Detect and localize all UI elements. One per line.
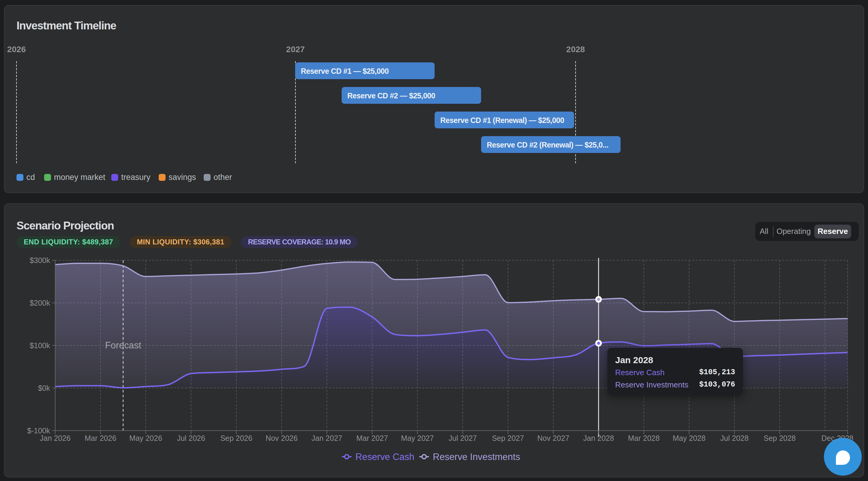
- svg-text:$200k: $200k: [30, 299, 51, 307]
- svg-text:Mar 2028: Mar 2028: [628, 434, 660, 442]
- svg-text:Mar 2027: Mar 2027: [356, 434, 388, 442]
- svg-text:Jan 2027: Jan 2027: [311, 434, 342, 442]
- svg-text:$100k: $100k: [30, 341, 51, 350]
- svg-text:Sep 2027: Sep 2027: [492, 434, 524, 442]
- svg-text:Reserve CD #1 (Renewal) — $25,: Reserve CD #1 (Renewal) — $25,000: [440, 116, 564, 124]
- svg-text:Reserve CD #2 (Renewal) — $25,: Reserve CD #2 (Renewal) — $25,0...: [487, 141, 608, 149]
- svg-text:2027: 2027: [286, 45, 305, 54]
- svg-text:May 2027: May 2027: [401, 434, 434, 442]
- svg-text:Sep 2028: Sep 2028: [764, 434, 796, 442]
- svg-text:2026: 2026: [7, 45, 26, 54]
- svg-text:Reserve CD #2 — $25,000: Reserve CD #2 — $25,000: [347, 92, 435, 100]
- svg-text:Mar 2026: Mar 2026: [85, 434, 116, 442]
- svg-text:Jul 2027: Jul 2027: [448, 434, 477, 442]
- svg-text:Jul 2028: Jul 2028: [720, 434, 749, 442]
- svg-text:Jan 2028: Jan 2028: [583, 434, 614, 442]
- svg-text:$-100k: $-100k: [27, 426, 51, 435]
- svg-text:Jul 2026: Jul 2026: [177, 434, 206, 442]
- svg-text:2028: 2028: [566, 45, 585, 54]
- svg-text:Reserve Investments: Reserve Investments: [433, 452, 520, 462]
- svg-text:May 2026: May 2026: [129, 434, 162, 442]
- svg-text:Reserve Cash: Reserve Cash: [355, 452, 414, 462]
- svg-text:$0k: $0k: [38, 384, 51, 392]
- svg-text:Reserve CD #1 — $25,000: Reserve CD #1 — $25,000: [301, 67, 389, 75]
- svg-text:$300k: $300k: [30, 256, 51, 264]
- svg-text:Forecast: Forecast: [105, 340, 141, 351]
- svg-text:Jan 2026: Jan 2026: [40, 434, 71, 442]
- svg-text:May 2028: May 2028: [673, 434, 706, 442]
- svg-text:Sep 2026: Sep 2026: [220, 434, 252, 442]
- svg-text:Nov 2027: Nov 2027: [537, 434, 569, 442]
- svg-text:Nov 2026: Nov 2026: [266, 434, 298, 442]
